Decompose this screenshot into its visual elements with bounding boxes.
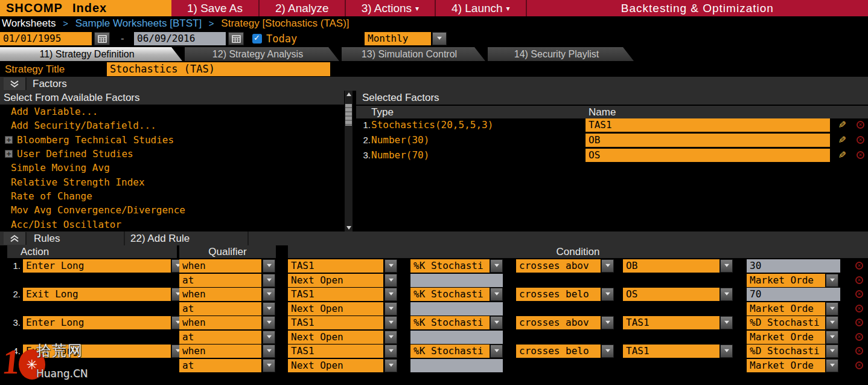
rule3-action-select[interactable]: Enter Long: [23, 316, 171, 329]
dropdown-button[interactable]: [826, 274, 838, 287]
dropdown-button[interactable]: [385, 331, 397, 344]
start-date-calendar-button[interactable]: [94, 32, 110, 45]
edit-pencil-icon[interactable]: ✎: [837, 150, 846, 160]
rule2-order-select[interactable]: Market Orde: [747, 302, 825, 315]
dropdown-button[interactable]: [263, 302, 275, 315]
delete-factor-icon[interactable]: [857, 151, 864, 159]
dropdown-button[interactable]: [826, 359, 838, 372]
rule1-target-select[interactable]: OB: [623, 259, 720, 273]
scroll-down-icon[interactable]: [345, 224, 353, 231]
delete-rule-row-icon[interactable]: [855, 290, 863, 298]
factor-name-input[interactable]: TAS1: [586, 118, 830, 132]
dropdown-button[interactable]: [263, 288, 275, 301]
edit-pencil-icon[interactable]: ✎: [837, 135, 846, 145]
actions-menu-button[interactable]: 3) Actions▾: [346, 0, 436, 16]
rule1-operator-select[interactable]: crosses abov: [516, 259, 601, 273]
factor-item-simple-moving-avg[interactable]: Simple Moving Avg: [11, 161, 110, 175]
rule2-field-select[interactable]: %K Stochasti: [410, 288, 490, 301]
rule2-empty-input[interactable]: [410, 302, 503, 315]
end-date-calendar-button[interactable]: [228, 32, 244, 45]
dropdown-button[interactable]: [490, 288, 503, 301]
rule3-order-select[interactable]: Market Orde: [747, 331, 825, 344]
rule4-action-select[interactable]: Exit Long: [23, 345, 171, 358]
rule4-timing-value-select[interactable]: Next Open: [288, 359, 383, 372]
rule2-target-select[interactable]: OS: [623, 288, 720, 301]
rule4-timing-select[interactable]: at: [179, 359, 261, 372]
rule4-order-select[interactable]: Market Orde: [747, 359, 825, 372]
edit-pencil-icon[interactable]: ✎: [837, 120, 846, 130]
dropdown-button[interactable]: [720, 288, 733, 301]
rule4-factor-select[interactable]: TAS1: [288, 345, 383, 358]
dropdown-button[interactable]: [720, 259, 733, 273]
factor-name-input[interactable]: OB: [586, 134, 830, 147]
delete-rule-row-icon[interactable]: [855, 361, 863, 369]
period-select[interactable]: Monthly: [365, 32, 431, 45]
rule2-action-select[interactable]: Exit Long: [23, 288, 171, 301]
rule1-qualifier-select[interactable]: when: [179, 259, 261, 273]
rule3-field-select[interactable]: %K Stochasti: [410, 316, 490, 329]
factor-item-acc-dist-oscillator[interactable]: Acc/Dist Oscillator: [11, 218, 121, 231]
launch-menu-button[interactable]: 4) Launch▾: [436, 0, 527, 16]
rule1-factor-select[interactable]: TAS1: [288, 259, 383, 273]
rule3-timing-value-select[interactable]: Next Open: [288, 331, 383, 344]
breadcrumb-worksheets[interactable]: Worksheets: [2, 18, 56, 29]
analyze-button[interactable]: 2) Analyze: [260, 0, 346, 16]
rule1-empty-input[interactable]: [410, 274, 503, 287]
rule4-qualifier-select[interactable]: when: [179, 345, 261, 358]
add-rule-button[interactable]: 22) Add Rule: [130, 231, 190, 245]
rule2-timing-value-select[interactable]: Next Open: [288, 302, 383, 315]
dropdown-button[interactable]: [263, 274, 275, 287]
today-checkbox[interactable]: [252, 34, 262, 44]
rule3-operator-select[interactable]: crosses abov: [516, 316, 601, 329]
dropdown-button[interactable]: [490, 259, 503, 273]
dropdown-button[interactable]: [826, 331, 838, 344]
delete-factor-icon[interactable]: [857, 136, 864, 144]
dropdown-button[interactable]: [601, 259, 614, 273]
dropdown-button[interactable]: [385, 345, 397, 358]
rule3-target-select[interactable]: TAS1: [623, 316, 720, 329]
rule2-operator-select[interactable]: crosses belo: [516, 288, 601, 301]
rule3-factor-select[interactable]: TAS1: [288, 316, 383, 329]
rule3-timing-select[interactable]: at: [179, 331, 261, 344]
rule2-factor-select[interactable]: TAS1: [288, 288, 383, 301]
end-date-input[interactable]: 06/09/2016: [134, 32, 226, 45]
delete-rule-row-icon[interactable]: [855, 276, 863, 284]
delete-rule-row-icon[interactable]: [855, 262, 863, 270]
security-ticker[interactable]: SHCOMP Index: [0, 0, 171, 16]
collapse-rules-button[interactable]: [4, 232, 27, 245]
dropdown-button[interactable]: [263, 359, 275, 372]
rule3-empty-input[interactable]: [410, 331, 503, 344]
dropdown-button[interactable]: [385, 359, 397, 372]
dropdown-button[interactable]: [826, 316, 838, 329]
rule3-qualifier-select[interactable]: when: [179, 316, 261, 329]
dropdown-button[interactable]: [385, 316, 397, 329]
rule1-action-select[interactable]: Enter Long: [23, 259, 171, 273]
rule1-value-input[interactable]: 30: [747, 259, 840, 273]
rule1-order-select[interactable]: Market Orde: [747, 274, 825, 287]
rule2-qualifier-select[interactable]: when: [179, 288, 261, 301]
dropdown-button[interactable]: [826, 302, 838, 315]
breadcrumb-sample-worksheets[interactable]: Sample Worksheets [BTST]: [75, 18, 202, 29]
rule4-field-select[interactable]: %K Stochasti: [410, 345, 490, 358]
tab-simulation-control[interactable]: 13) Simulation Control: [342, 47, 485, 61]
factor-item-bloomberg-technical-studies[interactable]: + Bloomberg Technical Studies: [0, 133, 344, 147]
tab-strategy-analysis[interactable]: 12) Strategy Analysis: [185, 47, 339, 61]
rule1-timing-value-select[interactable]: Next Open: [288, 274, 383, 287]
tab-security-playlist[interactable]: 14) Security Playlist: [488, 47, 634, 61]
factor-item-relative-strength-index[interactable]: Relative Strength Index: [11, 175, 145, 189]
available-factors-scrollbar[interactable]: [344, 91, 353, 231]
rule2-value-input[interactable]: 70: [747, 288, 840, 301]
period-dropdown-button[interactable]: [432, 32, 447, 45]
breadcrumb-strategy[interactable]: Strategy [Stochastics (TAS)]: [221, 18, 349, 29]
rule2-timing-select[interactable]: at: [179, 302, 261, 315]
factor-item-add-variable[interactable]: Add Variable...: [11, 105, 98, 118]
collapse-factors-button[interactable]: [4, 77, 27, 90]
tab-strategy-definition[interactable]: 11) Strategy Definition: [0, 47, 182, 61]
scroll-up-icon[interactable]: [345, 91, 353, 98]
dropdown-button[interactable]: [263, 331, 275, 344]
delete-factor-icon[interactable]: [857, 121, 864, 129]
dropdown-button[interactable]: [720, 345, 733, 358]
dropdown-button[interactable]: [385, 259, 397, 273]
rule4-empty-input[interactable]: [410, 359, 503, 372]
scrollbar-thumb[interactable]: [345, 104, 352, 126]
